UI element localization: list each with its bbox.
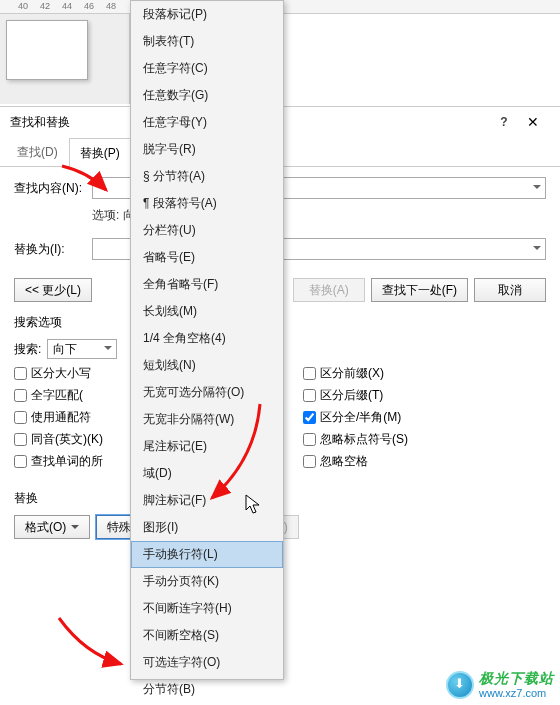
close-button[interactable]: ✕ bbox=[516, 107, 550, 137]
ruler-tick: 48 bbox=[106, 1, 116, 11]
watermark-logo-icon bbox=[446, 671, 474, 699]
chk-ignore-punct[interactable]: 忽略标点符号(S) bbox=[303, 431, 408, 448]
menu-item-em-dash[interactable]: 长划线(M) bbox=[131, 298, 283, 325]
menu-item-column-break[interactable]: 分栏符(U) bbox=[131, 217, 283, 244]
page-thumbnail[interactable] bbox=[6, 20, 88, 80]
menu-item-section-symbol[interactable]: § 分节符(A) bbox=[131, 163, 283, 190]
search-direction-combo[interactable]: 向下 bbox=[47, 339, 117, 359]
menu-item-any-digit[interactable]: 任意数字(G) bbox=[131, 82, 283, 109]
ruler-tick: 44 bbox=[62, 1, 72, 11]
chk-ignore-space[interactable]: 忽略空格 bbox=[303, 453, 408, 470]
watermark-url: www.xz7.com bbox=[479, 687, 554, 699]
menu-item-para-symbol[interactable]: ¶ 段落符号(A) bbox=[131, 190, 283, 217]
mouse-cursor-icon bbox=[245, 494, 263, 519]
menu-item-tab[interactable]: 制表符(T) bbox=[131, 28, 283, 55]
menu-item-ellipsis[interactable]: 省略号(E) bbox=[131, 244, 283, 271]
ruler-tick: 46 bbox=[84, 1, 94, 11]
watermark: 极光下载站 www.xz7.com bbox=[446, 671, 554, 699]
menu-item-manual-page-break[interactable]: 手动分页符(K) bbox=[131, 568, 283, 595]
menu-item-quarter-em-space[interactable]: 1/4 全角空格(4) bbox=[131, 325, 283, 352]
help-button[interactable]: ? bbox=[492, 107, 516, 137]
menu-item-section-break[interactable]: 分节符(B) bbox=[131, 676, 283, 703]
chk-word-forms[interactable]: 查找单词的所 bbox=[14, 453, 103, 470]
menu-item-manual-line-break[interactable]: 手动换行符(L) bbox=[131, 541, 283, 568]
chk-prefix[interactable]: 区分前缀(X) bbox=[303, 365, 408, 382]
watermark-name: 极光下载站 bbox=[479, 671, 554, 686]
options-label: 选项: bbox=[92, 208, 119, 222]
menu-item-caret[interactable]: 脱字号(R) bbox=[131, 136, 283, 163]
annotation-arrow bbox=[58, 162, 118, 205]
menu-item-any-char[interactable]: 任意字符(C) bbox=[131, 55, 283, 82]
menu-item-full-ellipsis[interactable]: 全角省略号(F) bbox=[131, 271, 283, 298]
chk-sounds-like[interactable]: 同音(英文)(K) bbox=[14, 431, 103, 448]
replace-with-label: 替换为(I): bbox=[14, 241, 92, 258]
search-direction-label: 搜索: bbox=[14, 341, 41, 358]
less-button[interactable]: << 更少(L) bbox=[14, 278, 92, 302]
menu-item-optional-hyphen[interactable]: 可选连字符(O) bbox=[131, 649, 283, 676]
search-direction-value: 向下 bbox=[53, 341, 77, 358]
chk-match-case[interactable]: 区分大小写 bbox=[14, 365, 103, 382]
menu-item-any-letter[interactable]: 任意字母(Y) bbox=[131, 109, 283, 136]
replace-button[interactable]: 替换(A) bbox=[293, 278, 365, 302]
menu-item-paragraph-mark[interactable]: 段落标记(P) bbox=[131, 1, 283, 28]
annotation-arrow bbox=[55, 614, 135, 677]
menu-item-nonbreak-space[interactable]: 不间断空格(S) bbox=[131, 622, 283, 649]
menu-item-nonbreak-hyphen[interactable]: 不间断连字符(H) bbox=[131, 595, 283, 622]
format-dropdown-button[interactable]: 格式(O) bbox=[14, 515, 90, 539]
chk-suffix[interactable]: 区分后缀(T) bbox=[303, 387, 408, 404]
cancel-button[interactable]: 取消 bbox=[474, 278, 546, 302]
chk-use-wildcards[interactable]: 使用通配符 bbox=[14, 409, 103, 426]
menu-item-en-dash[interactable]: 短划线(N) bbox=[131, 352, 283, 379]
ruler-tick: 42 bbox=[40, 1, 50, 11]
chk-full-half-width[interactable]: 区分全/半角(M) bbox=[303, 409, 408, 426]
ruler-tick: 40 bbox=[18, 1, 28, 11]
special-format-menu: 段落标记(P) 制表符(T) 任意字符(C) 任意数字(G) 任意字母(Y) 脱… bbox=[130, 0, 284, 680]
thumbnail-pane bbox=[0, 14, 130, 104]
find-next-button[interactable]: 查找下一处(F) bbox=[371, 278, 468, 302]
chk-whole-word[interactable]: 全字匹配( bbox=[14, 387, 103, 404]
